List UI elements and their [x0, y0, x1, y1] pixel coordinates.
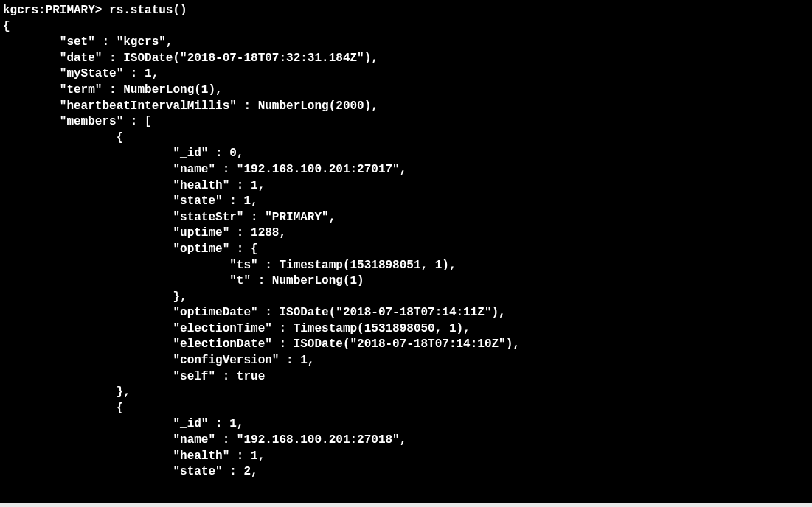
output-member0-health: "health" : 1, — [3, 178, 812, 195]
output-mystate: "myState" : 1, — [3, 66, 812, 83]
output-member0-close: }, — [3, 385, 812, 401]
output-member1-health: "health" : 1, — [3, 449, 812, 465]
output-member0-electiontime: "electionTime" : Timestamp(1531898050, 1… — [3, 321, 812, 338]
output-member0-statestr: "stateStr" : "PRIMARY", — [3, 210, 812, 226]
shell-prompt: kgcrs:PRIMARY> — [3, 4, 109, 17]
command-prompt-line: kgcrs:PRIMARY> rs.status() — [3, 3, 812, 19]
output-member0-configversion: "configVersion" : 1, — [3, 353, 812, 369]
output-member0-id: "_id" : 0, — [3, 146, 812, 162]
output-member0-state: "state" : 1, — [3, 194, 812, 210]
output-member0-optime-ts: "ts" : Timestamp(1531898051, 1), — [3, 258, 812, 274]
output-heartbeat: "heartbeatIntervalMillis" : NumberLong(2… — [3, 99, 812, 115]
output-member0-self: "self" : true — [3, 369, 812, 385]
output-member0-open: { — [3, 130, 812, 147]
output-member0-optimedate: "optimeDate" : ISODate("2018-07-18T07:14… — [3, 305, 812, 321]
output-member0-optime-open: "optime" : { — [3, 242, 812, 258]
output-member0-optime-close: }, — [3, 290, 812, 306]
output-term: "term" : NumberLong(1), — [3, 83, 812, 99]
output-member1-open: { — [3, 401, 812, 417]
output-set: "set" : "kgcrs", — [3, 35, 812, 51]
output-member1-name: "name" : "192.168.100.201:27018", — [3, 433, 812, 449]
window-border-bottom — [0, 503, 812, 507]
output-brace-open: { — [3, 19, 812, 35]
output-member1-id: "_id" : 1, — [3, 416, 812, 433]
output-member0-name: "name" : "192.168.100.201:27017", — [3, 162, 812, 178]
command-input: rs.status() — [109, 4, 187, 17]
output-member1-state: "state" : 2, — [3, 464, 812, 480]
output-member0-electiondate: "electionDate" : ISODate("2018-07-18T07:… — [3, 337, 812, 353]
output-member0-uptime: "uptime" : 1288, — [3, 225, 812, 242]
output-date: "date" : ISODate("2018-07-18T07:32:31.18… — [3, 51, 812, 67]
terminal-output[interactable]: kgcrs:PRIMARY> rs.status() { "set" : "kg… — [0, 0, 812, 480]
output-member0-optime-t: "t" : NumberLong(1) — [3, 273, 812, 290]
output-members-open: "members" : [ — [3, 114, 812, 130]
